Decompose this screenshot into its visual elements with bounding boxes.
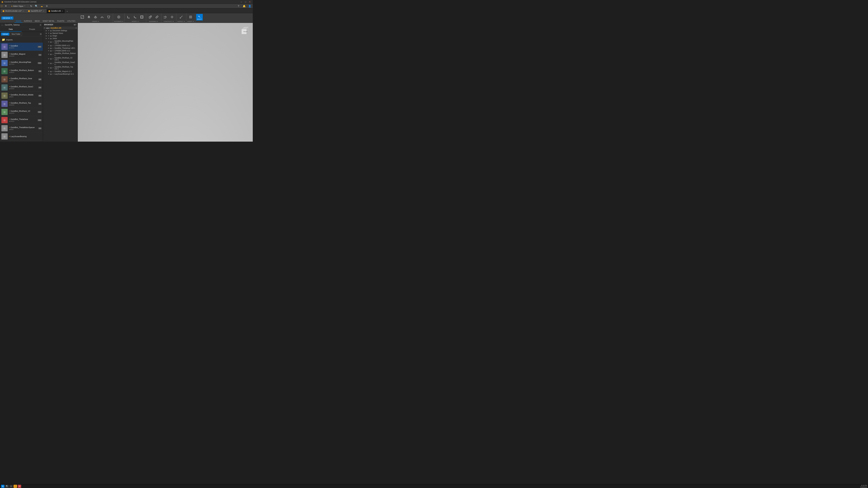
- insert-mesh-button[interactable]: [187, 14, 194, 20]
- shell-button[interactable]: [139, 14, 145, 20]
- tree-item-4[interactable]: 👁 ▣ ✏ GeistBot_MountingPlate v31:1: [43, 40, 78, 44]
- revolve-button[interactable]: [92, 14, 99, 20]
- file-item-2[interactable]: ◉●GeistBot_MountingPlate5/17/23V22: [0, 59, 43, 67]
- tree-visible-icon-12[interactable]: 👁: [48, 71, 50, 72]
- file-item-0[interactable]: ◉●GeistBot6/18/23V65: [0, 43, 43, 51]
- maximize-button[interactable]: □: [244, 1, 247, 3]
- file-item-9[interactable]: ◉●GeistBot_ThetaGear4/14/23V30: [0, 116, 43, 124]
- tree-item-2[interactable]: ▶ 👁 ▣ Origin: [43, 35, 78, 37]
- tab-wled[interactable]: WLEDController v13* ✕: [1, 9, 26, 13]
- tree-visible-icon-10[interactable]: 👁: [48, 63, 50, 64]
- chamfer-button[interactable]: [132, 14, 138, 20]
- tree-item-13[interactable]: 👁 ▣ ✏ LazySusanBearing2 v1:1: [43, 73, 78, 75]
- surface-tab[interactable]: SURFACE: [22, 20, 33, 22]
- file-item-4[interactable]: ◉●GeistBot_RhoRack_Gear2/9/23V3: [0, 75, 43, 84]
- menu-item-grid[interactable]: ⊞: [4, 4, 8, 7]
- construct-icons: [162, 14, 175, 20]
- file-type-icon-11: ●: [9, 135, 10, 137]
- tab-geistbot[interactable]: GeistBot v65 ✕: [46, 9, 65, 13]
- close-button[interactable]: ✕: [248, 1, 251, 3]
- mesh-tab[interactable]: MESH: [33, 20, 41, 22]
- tree-visible-icon-8[interactable]: 👁: [48, 54, 50, 55]
- tree-item-3[interactable]: ▶ 👁 ▣ Joints: [43, 37, 78, 40]
- file-item-1[interactable]: ◉●GeistBot_Magnet2/14/23V1: [0, 51, 43, 59]
- tab-close-wled[interactable]: ✕: [23, 10, 24, 12]
- notifications-button[interactable]: 🔔: [242, 4, 247, 8]
- tree-item-8[interactable]: 👁 ▣ ✏ GeistBot_RhoRack_Bottom v...: [43, 52, 78, 57]
- plastic-tab[interactable]: PLASTIC: [56, 20, 66, 22]
- loft-button[interactable]: [105, 14, 112, 20]
- tree-visible-icon-2[interactable]: 👁: [48, 35, 50, 37]
- navigation-cube[interactable]: FRONT: [239, 25, 251, 37]
- tree-visible-icon-0[interactable]: 👁: [48, 30, 50, 32]
- tree-visible-icon-4[interactable]: 👁: [48, 41, 50, 43]
- sheet-metal-tab[interactable]: SHEET METAL: [41, 20, 56, 22]
- tree-visible-icon-9[interactable]: 👁: [48, 58, 50, 60]
- close-tab-button[interactable]: ✕: [44, 4, 49, 8]
- file-item-7[interactable]: ◉●GeistBot_RhoRack_Top2/10/23V3: [0, 100, 43, 108]
- tree-visible-icon-11[interactable]: 👁: [48, 67, 50, 69]
- axis-button[interactable]: [169, 14, 175, 20]
- tab-close-sandspa[interactable]: ✕: [43, 10, 44, 12]
- tree-visible-icon-5[interactable]: 👁: [48, 45, 50, 46]
- tree-visible-icon-3[interactable]: 👁: [48, 38, 50, 39]
- tree-item-11[interactable]: 👁 ▣ ✏ GeistBot_RhoRack_Top v31:1: [43, 66, 78, 70]
- design-dropdown-icon: ▼: [10, 17, 12, 19]
- offset-plane-button[interactable]: [162, 14, 168, 20]
- sweep-button[interactable]: [99, 14, 105, 20]
- tree-item-9[interactable]: 👁 ▣ ✏ GeistBot_RhoRack_V2 v15:1: [43, 57, 78, 61]
- file-item-5[interactable]: ◉●GeistBot_RhoRack_Gear22/10/23V6: [0, 84, 43, 92]
- tab-sandspa[interactable]: SandSPA v57* ✕: [26, 9, 46, 13]
- automate-button[interactable]: [116, 14, 122, 20]
- help-button[interactable]: ?: [236, 4, 241, 8]
- utilities-tab[interactable]: UTILITIES: [66, 20, 77, 22]
- new-component-button[interactable]: [147, 14, 153, 20]
- browser-collapse-button[interactable]: ◀: [73, 24, 75, 26]
- select-button[interactable]: ↖ SELECT: [196, 14, 203, 21]
- account-button[interactable]: 👤: [247, 4, 252, 8]
- tree-item-5[interactable]: 👁 ▣ ✏ 17HS08-1004S v1:1: [43, 44, 78, 47]
- tab-close-geistbot[interactable]: ✕: [62, 10, 63, 12]
- file-item-10[interactable]: ◉●GeistBot_ThetaMotorSpacer2/9/23V1: [0, 124, 43, 132]
- tree-visible-icon-1[interactable]: 👁: [48, 32, 50, 34]
- panel-tab-people[interactable]: People: [22, 27, 43, 32]
- user-menu[interactable]: ● Aiden Vigue ▼: [10, 5, 27, 7]
- tree-visible-icon-6[interactable]: 👁: [48, 47, 50, 49]
- new-folder-button[interactable]: New Folder: [10, 32, 22, 36]
- browser-root-label: GeistBot v65: [51, 27, 75, 29]
- panel-settings-button[interactable]: ⚙: [39, 24, 41, 26]
- file-item-6[interactable]: ◉●GeistBot_RhoRack_Middle2/9/23V6: [0, 92, 43, 100]
- settings-button[interactable]: ☁: [39, 4, 44, 8]
- upload-button[interactable]: Upload: [1, 33, 9, 36]
- measure-button[interactable]: [178, 14, 184, 20]
- svg-rect-11: [150, 16, 152, 17]
- imports-folder[interactable]: 📁 Imports: [0, 37, 43, 43]
- panel-tab-data[interactable]: Data: [0, 27, 22, 32]
- home-button[interactable]: ⌂: [1, 24, 3, 26]
- fillet-button[interactable]: [125, 14, 132, 20]
- tree-item-7[interactable]: 👁 ▣ ✏ 17HS08-1004S v1:2: [43, 50, 78, 52]
- tree-visible-icon-7[interactable]: 👁: [48, 50, 50, 52]
- minimize-button[interactable]: ─: [240, 1, 243, 3]
- panel-list-settings-button[interactable]: ⚙: [40, 33, 42, 35]
- file-item-3[interactable]: ◉●GeistBot_RhoRack_Bottom2/28/23V6: [0, 67, 43, 75]
- refresh-button[interactable]: ↻: [29, 4, 34, 8]
- tree-item-6[interactable]: 👁 ▣ ✏ GeistBot_ThetaGear v30:1: [43, 47, 78, 50]
- tree-label-5: 17HS08-1004S v1:1: [55, 44, 77, 46]
- tree-item-0[interactable]: ▶ 👁 ▣ Document Settings: [43, 29, 78, 32]
- tree-visible-icon-13[interactable]: 👁: [48, 73, 50, 75]
- browser-settings-button[interactable]: ⚙: [75, 24, 76, 26]
- file-item-11[interactable]: ◉●LazySusanBearing: [0, 132, 43, 140]
- solid-tab[interactable]: SOLID: [14, 20, 22, 23]
- file-item-8[interactable]: ◉●GeistBot_RhoRack_V25/22/23V16: [0, 108, 43, 116]
- design-mode-button[interactable]: DESIGN ▼: [1, 17, 13, 20]
- new-tab-button[interactable]: +: [65, 9, 69, 13]
- tree-item-12[interactable]: 👁 ▣ ✏ GeistBot_Magnet v1:1: [43, 70, 78, 73]
- search-button[interactable]: 🔍: [34, 4, 39, 8]
- tree-item-1[interactable]: ▶ 👁 ▣ Named Views: [43, 32, 78, 35]
- tree-item-10[interactable]: 👁 ▣ ✏ GeistBot_RhoRack_Gear2 v...: [43, 61, 78, 66]
- sketch-button[interactable]: [79, 14, 85, 20]
- joint-button[interactable]: [154, 14, 160, 20]
- extrude-button[interactable]: [86, 14, 92, 20]
- browser-root-item[interactable]: ▼ ◀ ▣ ⚠ GeistBot v65 ▼: [43, 27, 78, 29]
